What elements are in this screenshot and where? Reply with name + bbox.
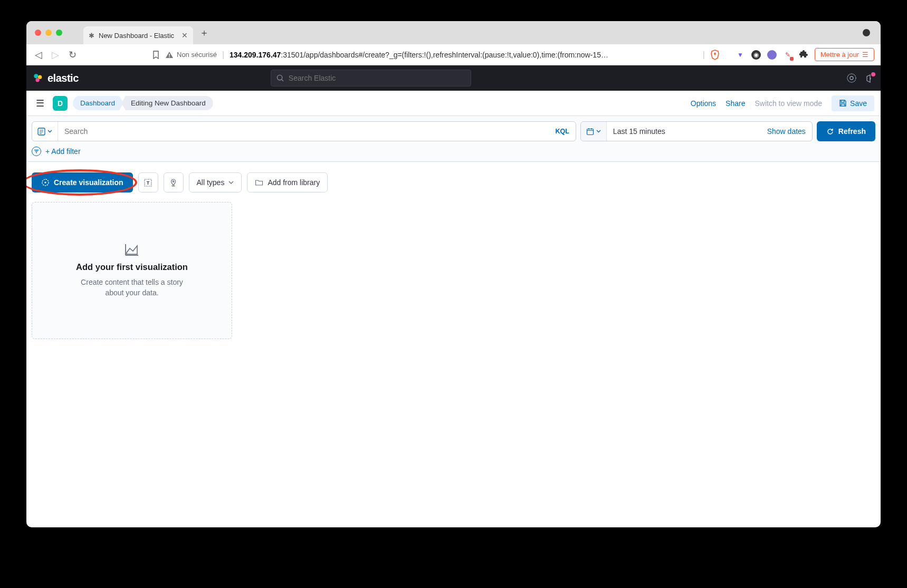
bookmark-icon[interactable] (152, 51, 160, 59)
placeholder-text: Create content that tells a story about … (74, 277, 190, 298)
extensions-puzzle-icon[interactable] (799, 50, 808, 60)
refresh-button[interactable]: Refresh (817, 121, 875, 141)
date-picker: Last 15 minutes Show dates (580, 121, 813, 141)
maximize-window-button[interactable] (56, 30, 62, 36)
share-link[interactable]: Share (725, 99, 745, 108)
elastic-logo-icon (33, 73, 43, 83)
add-from-library-button[interactable]: Add from library (247, 172, 328, 192)
filter-row: + Add filter (32, 147, 875, 156)
profile-menu-icon[interactable] (863, 29, 870, 36)
svg-rect-0 (169, 54, 170, 56)
index-pattern-icon (37, 128, 45, 136)
header-search[interactable] (271, 70, 471, 86)
dashboard-toolbar: Create visualization T All types Add fro… (26, 162, 881, 199)
warning-icon (165, 51, 174, 59)
refresh-icon (826, 128, 834, 136)
svg-point-8 (850, 76, 853, 80)
date-range-text[interactable]: Last 15 minutes (607, 127, 761, 136)
svg-point-2 (34, 74, 38, 78)
chevron-down-icon (228, 181, 234, 184)
query-filter-menu[interactable] (32, 122, 58, 141)
security-warning[interactable]: Non sécurisé (165, 51, 217, 59)
breadcrumb-current: Editing New Dashboard (121, 96, 213, 110)
extension-icon-1[interactable]: ▼ (736, 50, 745, 60)
svg-rect-13 (587, 129, 593, 134)
extension-icons: ▼ ◉ ✎ Mettre à jour ☰ (736, 48, 874, 61)
url-text[interactable]: 134.209.176.47:31501/app/dashboards#/cre… (230, 51, 698, 59)
browser-window: ✱ New Dashboard - Elastic ✕ ＋ ◁ ▷ ↻ Non … (26, 21, 881, 527)
kibana-header: elastic (26, 65, 881, 91)
show-dates-link[interactable]: Show dates (761, 127, 812, 136)
extension-icon-2[interactable]: ◉ (751, 50, 761, 60)
folder-icon (255, 179, 263, 186)
close-window-button[interactable] (35, 30, 41, 36)
breadcrumb-dashboard-link[interactable]: Dashboard (73, 96, 123, 110)
nav-reload-button[interactable]: ↻ (66, 47, 79, 63)
browser-tab[interactable]: ✱ New Dashboard - Elastic ✕ (83, 26, 193, 44)
tab-favicon-icon: ✱ (89, 32, 94, 40)
svg-point-25 (172, 185, 175, 186)
security-label: Non sécurisé (177, 51, 217, 59)
svg-point-5 (277, 75, 282, 80)
extension-icon-3[interactable] (767, 50, 777, 60)
calendar-icon (586, 128, 594, 136)
all-types-dropdown[interactable]: All types (189, 172, 242, 192)
traffic-lights (35, 30, 62, 36)
new-tab-button[interactable]: ＋ (199, 26, 209, 39)
nav-hamburger-button[interactable]: ☰ (33, 94, 47, 112)
placeholder-title: Add your first visualization (76, 262, 188, 272)
browser-update-button[interactable]: Mettre à jour ☰ (815, 48, 874, 61)
svg-point-24 (173, 180, 174, 182)
svg-point-7 (847, 74, 856, 82)
svg-point-4 (35, 78, 39, 82)
tab-close-button[interactable]: ✕ (182, 31, 188, 40)
breadcrumb: Dashboard Editing New Dashboard (73, 96, 212, 110)
browser-url-bar: ◁ ▷ ↻ Non sécurisé | 134.209.176.47:3150… (26, 44, 881, 65)
switch-view-mode-link: Switch to view mode (755, 99, 822, 108)
query-input[interactable] (58, 127, 549, 136)
top-actions: Options Share Switch to view mode Save (691, 95, 874, 111)
text-box-icon: T (144, 178, 152, 187)
chart-placeholder-icon (124, 243, 140, 257)
help-icon[interactable] (847, 73, 856, 83)
save-button[interactable]: Save (832, 95, 874, 111)
elastic-brand-text: elastic (47, 72, 79, 84)
add-text-button[interactable]: T (138, 172, 158, 192)
tab-title: New Dashboard - Elastic (99, 32, 174, 40)
chevron-down-icon (47, 130, 52, 133)
minimize-window-button[interactable] (45, 30, 52, 36)
extension-icon-4[interactable]: ✎ (783, 50, 793, 60)
svg-rect-1 (169, 56, 170, 57)
nav-back-button[interactable]: ◁ (33, 47, 44, 63)
search-icon (276, 74, 284, 82)
header-search-input[interactable] (289, 74, 465, 82)
notification-dot (871, 72, 875, 76)
empty-placeholder-panel[interactable]: Add your first visualization Create cont… (32, 202, 232, 339)
query-bar-area: KQL Last 15 minutes Show dates Refresh +… (26, 116, 881, 162)
menu-icon: ☰ (862, 51, 868, 59)
add-image-button[interactable] (164, 172, 184, 192)
chevron-down-icon (596, 130, 601, 133)
breadcrumb-bar: ☰ D Dashboard Editing New Dashboard Opti… (26, 91, 881, 116)
nav-forward-button[interactable]: ▷ (50, 47, 61, 63)
space-selector[interactable]: D (53, 96, 68, 111)
save-icon (839, 99, 847, 107)
elastic-logo[interactable]: elastic (33, 72, 79, 84)
add-filter-button[interactable]: + Add filter (45, 147, 81, 156)
map-pin-icon (169, 178, 178, 187)
browser-title-bar: ✱ New Dashboard - Elastic ✕ ＋ (26, 21, 881, 44)
svg-text:T: T (147, 180, 150, 186)
dashboard-panel-area: Add your first visualization Create cont… (26, 199, 881, 342)
create-visualization-button[interactable]: Create visualization (32, 172, 133, 192)
brave-shield-icon[interactable] (710, 50, 720, 60)
date-quick-menu[interactable] (581, 122, 607, 141)
filter-options-icon[interactable] (32, 147, 41, 156)
kql-language-toggle[interactable]: KQL (549, 128, 575, 135)
options-link[interactable]: Options (691, 99, 716, 108)
newsfeed-icon[interactable] (865, 73, 874, 83)
svg-point-21 (44, 181, 46, 183)
lens-icon (41, 178, 50, 187)
svg-line-6 (282, 79, 283, 81)
query-box: KQL (32, 121, 576, 141)
